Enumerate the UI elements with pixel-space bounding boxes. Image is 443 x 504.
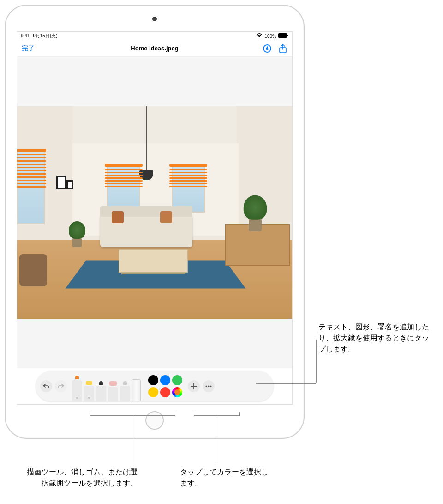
callout-bracket [90,412,175,416]
svg-point-6 [210,385,211,387]
eraser-tool[interactable] [108,381,119,401]
ruler-tool[interactable] [132,379,141,401]
photo [17,106,292,319]
status-time: 9:41 [21,33,30,38]
done-button[interactable]: 完了 [22,44,35,53]
image-canvas[interactable] [17,57,292,368]
undo-button[interactable] [40,380,52,392]
callout-lead [217,416,217,464]
markup-icon[interactable] [263,44,272,53]
svg-point-4 [205,385,207,387]
color-picker[interactable] [172,387,182,397]
callout-lead [316,340,317,383]
marker-tool[interactable]: 88 [84,381,95,401]
callout-tools: 描画ツール、消しゴム、または選択範囲ツールを選択します。 [27,467,138,489]
color-red[interactable] [160,387,170,397]
pencil-tool[interactable] [96,381,107,401]
battery-percent: 100% [264,34,276,39]
nav-bar: 完了 Home ideas.jpeg [17,40,292,57]
callout-add: テキスト、図形、署名を追加したり、拡大鏡を使用するときにタップします。 [318,322,436,355]
color-green[interactable] [172,375,182,385]
page-title: Home ideas.jpeg [131,45,178,52]
drawing-tools: 88 88 [70,371,143,401]
pen-tool[interactable]: 88 [72,376,83,401]
front-camera [152,17,157,21]
redo-button[interactable] [55,380,67,392]
battery-icon [278,33,288,39]
callout-colors: タップしてカラーを選択します。 [180,467,272,489]
svg-point-5 [208,385,209,387]
status-bar: 9:41 9月15日(火) 100% [17,32,292,40]
callout-lead [256,383,316,384]
share-icon[interactable] [278,44,287,53]
color-palette [148,375,182,397]
markup-toolbar: 88 88 [17,368,292,404]
color-black[interactable] [148,375,158,385]
svg-rect-0 [278,33,287,38]
wifi-icon [256,33,263,39]
ipad-frame: 9:41 9月15日(火) 100% 完了 Home ideas.jpeg [5,5,305,439]
screen: 9:41 9月15日(火) 100% 完了 Home ideas.jpeg [17,31,293,405]
lasso-tool[interactable] [120,381,131,401]
callout-bracket [194,412,240,416]
more-button[interactable] [203,380,215,392]
color-yellow[interactable] [148,387,158,397]
color-blue[interactable] [160,375,170,385]
status-date: 9月15日(火) [33,33,57,38]
callout-lead [133,416,133,464]
add-button[interactable] [188,380,200,392]
svg-rect-1 [287,35,288,36]
